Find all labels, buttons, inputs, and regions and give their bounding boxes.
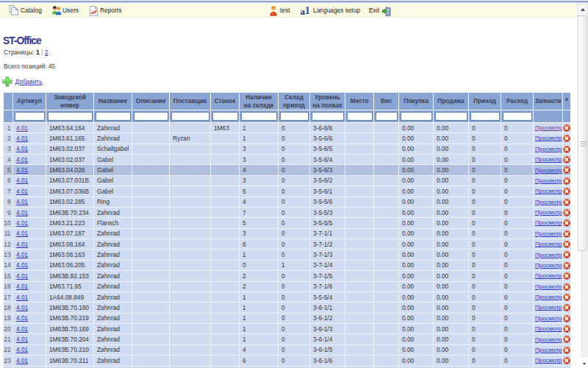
svg-text:1: 1 — [305, 5, 311, 16]
